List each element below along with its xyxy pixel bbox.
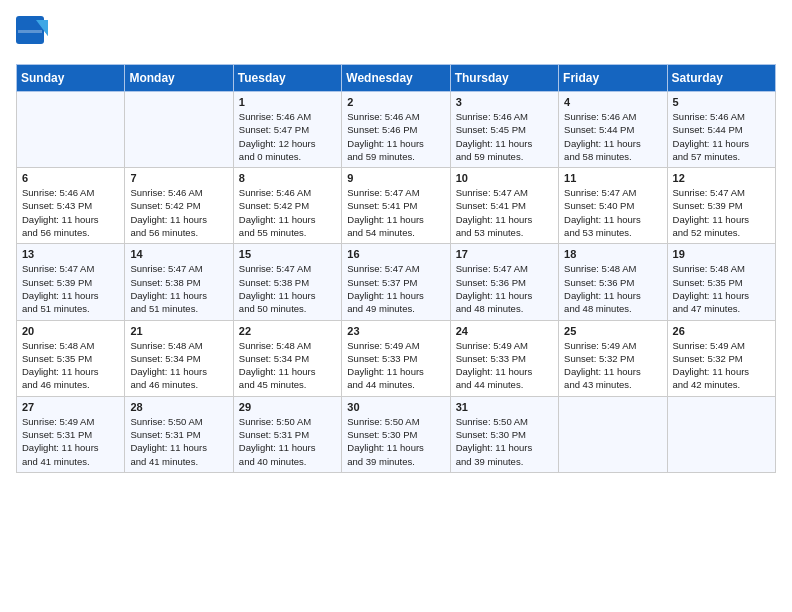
day-info: Sunrise: 5:48 AM Sunset: 5:34 PM Dayligh… xyxy=(239,339,336,392)
calendar-cell: 8Sunrise: 5:46 AM Sunset: 5:42 PM Daylig… xyxy=(233,168,341,244)
weekday-header: Wednesday xyxy=(342,65,450,92)
day-info: Sunrise: 5:47 AM Sunset: 5:38 PM Dayligh… xyxy=(130,262,227,315)
weekday-header: Sunday xyxy=(17,65,125,92)
day-number: 9 xyxy=(347,172,444,184)
day-info: Sunrise: 5:49 AM Sunset: 5:33 PM Dayligh… xyxy=(347,339,444,392)
day-number: 16 xyxy=(347,248,444,260)
weekday-header: Friday xyxy=(559,65,667,92)
calendar-week-row: 13Sunrise: 5:47 AM Sunset: 5:39 PM Dayli… xyxy=(17,244,776,320)
calendar-cell: 27Sunrise: 5:49 AM Sunset: 5:31 PM Dayli… xyxy=(17,396,125,472)
day-info: Sunrise: 5:46 AM Sunset: 5:47 PM Dayligh… xyxy=(239,110,336,163)
calendar-week-row: 1Sunrise: 5:46 AM Sunset: 5:47 PM Daylig… xyxy=(17,92,776,168)
day-number: 23 xyxy=(347,325,444,337)
day-number: 10 xyxy=(456,172,553,184)
calendar-cell: 29Sunrise: 5:50 AM Sunset: 5:31 PM Dayli… xyxy=(233,396,341,472)
day-number: 25 xyxy=(564,325,661,337)
calendar-cell: 14Sunrise: 5:47 AM Sunset: 5:38 PM Dayli… xyxy=(125,244,233,320)
day-number: 14 xyxy=(130,248,227,260)
day-number: 20 xyxy=(22,325,119,337)
day-number: 1 xyxy=(239,96,336,108)
day-info: Sunrise: 5:46 AM Sunset: 5:44 PM Dayligh… xyxy=(564,110,661,163)
day-info: Sunrise: 5:50 AM Sunset: 5:30 PM Dayligh… xyxy=(456,415,553,468)
calendar-cell: 26Sunrise: 5:49 AM Sunset: 5:32 PM Dayli… xyxy=(667,320,775,396)
day-number: 19 xyxy=(673,248,770,260)
day-number: 7 xyxy=(130,172,227,184)
calendar-week-row: 27Sunrise: 5:49 AM Sunset: 5:31 PM Dayli… xyxy=(17,396,776,472)
day-info: Sunrise: 5:49 AM Sunset: 5:32 PM Dayligh… xyxy=(673,339,770,392)
calendar-header-row: SundayMondayTuesdayWednesdayThursdayFrid… xyxy=(17,65,776,92)
day-info: Sunrise: 5:49 AM Sunset: 5:32 PM Dayligh… xyxy=(564,339,661,392)
page-header xyxy=(16,16,776,52)
weekday-header: Monday xyxy=(125,65,233,92)
calendar-cell: 6Sunrise: 5:46 AM Sunset: 5:43 PM Daylig… xyxy=(17,168,125,244)
day-info: Sunrise: 5:49 AM Sunset: 5:31 PM Dayligh… xyxy=(22,415,119,468)
calendar-cell xyxy=(125,92,233,168)
calendar-cell: 17Sunrise: 5:47 AM Sunset: 5:36 PM Dayli… xyxy=(450,244,558,320)
calendar-cell: 10Sunrise: 5:47 AM Sunset: 5:41 PM Dayli… xyxy=(450,168,558,244)
day-info: Sunrise: 5:50 AM Sunset: 5:31 PM Dayligh… xyxy=(239,415,336,468)
day-number: 26 xyxy=(673,325,770,337)
calendar-cell: 19Sunrise: 5:48 AM Sunset: 5:35 PM Dayli… xyxy=(667,244,775,320)
day-number: 28 xyxy=(130,401,227,413)
day-number: 22 xyxy=(239,325,336,337)
calendar-cell: 9Sunrise: 5:47 AM Sunset: 5:41 PM Daylig… xyxy=(342,168,450,244)
calendar-cell xyxy=(559,396,667,472)
day-number: 21 xyxy=(130,325,227,337)
logo xyxy=(16,16,52,52)
day-info: Sunrise: 5:47 AM Sunset: 5:37 PM Dayligh… xyxy=(347,262,444,315)
day-info: Sunrise: 5:46 AM Sunset: 5:45 PM Dayligh… xyxy=(456,110,553,163)
day-number: 27 xyxy=(22,401,119,413)
day-info: Sunrise: 5:50 AM Sunset: 5:30 PM Dayligh… xyxy=(347,415,444,468)
day-info: Sunrise: 5:46 AM Sunset: 5:46 PM Dayligh… xyxy=(347,110,444,163)
day-info: Sunrise: 5:47 AM Sunset: 5:41 PM Dayligh… xyxy=(456,186,553,239)
calendar-week-row: 6Sunrise: 5:46 AM Sunset: 5:43 PM Daylig… xyxy=(17,168,776,244)
calendar-cell: 30Sunrise: 5:50 AM Sunset: 5:30 PM Dayli… xyxy=(342,396,450,472)
logo-icon xyxy=(16,16,48,52)
calendar-cell: 3Sunrise: 5:46 AM Sunset: 5:45 PM Daylig… xyxy=(450,92,558,168)
calendar-cell: 13Sunrise: 5:47 AM Sunset: 5:39 PM Dayli… xyxy=(17,244,125,320)
day-number: 5 xyxy=(673,96,770,108)
calendar-cell: 1Sunrise: 5:46 AM Sunset: 5:47 PM Daylig… xyxy=(233,92,341,168)
day-info: Sunrise: 5:46 AM Sunset: 5:42 PM Dayligh… xyxy=(130,186,227,239)
calendar-cell: 22Sunrise: 5:48 AM Sunset: 5:34 PM Dayli… xyxy=(233,320,341,396)
day-info: Sunrise: 5:47 AM Sunset: 5:39 PM Dayligh… xyxy=(22,262,119,315)
calendar-cell xyxy=(17,92,125,168)
day-info: Sunrise: 5:47 AM Sunset: 5:38 PM Dayligh… xyxy=(239,262,336,315)
day-info: Sunrise: 5:46 AM Sunset: 5:42 PM Dayligh… xyxy=(239,186,336,239)
calendar-cell: 15Sunrise: 5:47 AM Sunset: 5:38 PM Dayli… xyxy=(233,244,341,320)
day-info: Sunrise: 5:47 AM Sunset: 5:39 PM Dayligh… xyxy=(673,186,770,239)
day-info: Sunrise: 5:49 AM Sunset: 5:33 PM Dayligh… xyxy=(456,339,553,392)
calendar-week-row: 20Sunrise: 5:48 AM Sunset: 5:35 PM Dayli… xyxy=(17,320,776,396)
day-number: 8 xyxy=(239,172,336,184)
day-number: 11 xyxy=(564,172,661,184)
day-number: 2 xyxy=(347,96,444,108)
calendar-body: 1Sunrise: 5:46 AM Sunset: 5:47 PM Daylig… xyxy=(17,92,776,473)
calendar-cell: 18Sunrise: 5:48 AM Sunset: 5:36 PM Dayli… xyxy=(559,244,667,320)
day-number: 29 xyxy=(239,401,336,413)
day-number: 13 xyxy=(22,248,119,260)
calendar-cell: 21Sunrise: 5:48 AM Sunset: 5:34 PM Dayli… xyxy=(125,320,233,396)
calendar-cell xyxy=(667,396,775,472)
calendar-cell: 5Sunrise: 5:46 AM Sunset: 5:44 PM Daylig… xyxy=(667,92,775,168)
day-info: Sunrise: 5:47 AM Sunset: 5:36 PM Dayligh… xyxy=(456,262,553,315)
calendar-cell: 28Sunrise: 5:50 AM Sunset: 5:31 PM Dayli… xyxy=(125,396,233,472)
day-number: 4 xyxy=(564,96,661,108)
weekday-header: Saturday xyxy=(667,65,775,92)
calendar-table: SundayMondayTuesdayWednesdayThursdayFrid… xyxy=(16,64,776,473)
day-number: 15 xyxy=(239,248,336,260)
calendar-cell: 7Sunrise: 5:46 AM Sunset: 5:42 PM Daylig… xyxy=(125,168,233,244)
day-number: 6 xyxy=(22,172,119,184)
calendar-cell: 25Sunrise: 5:49 AM Sunset: 5:32 PM Dayli… xyxy=(559,320,667,396)
day-number: 3 xyxy=(456,96,553,108)
calendar-cell: 11Sunrise: 5:47 AM Sunset: 5:40 PM Dayli… xyxy=(559,168,667,244)
day-info: Sunrise: 5:47 AM Sunset: 5:41 PM Dayligh… xyxy=(347,186,444,239)
day-info: Sunrise: 5:48 AM Sunset: 5:34 PM Dayligh… xyxy=(130,339,227,392)
calendar-cell: 2Sunrise: 5:46 AM Sunset: 5:46 PM Daylig… xyxy=(342,92,450,168)
day-number: 24 xyxy=(456,325,553,337)
calendar-cell: 4Sunrise: 5:46 AM Sunset: 5:44 PM Daylig… xyxy=(559,92,667,168)
calendar-cell: 20Sunrise: 5:48 AM Sunset: 5:35 PM Dayli… xyxy=(17,320,125,396)
day-number: 30 xyxy=(347,401,444,413)
day-number: 17 xyxy=(456,248,553,260)
day-info: Sunrise: 5:48 AM Sunset: 5:35 PM Dayligh… xyxy=(22,339,119,392)
calendar-cell: 31Sunrise: 5:50 AM Sunset: 5:30 PM Dayli… xyxy=(450,396,558,472)
